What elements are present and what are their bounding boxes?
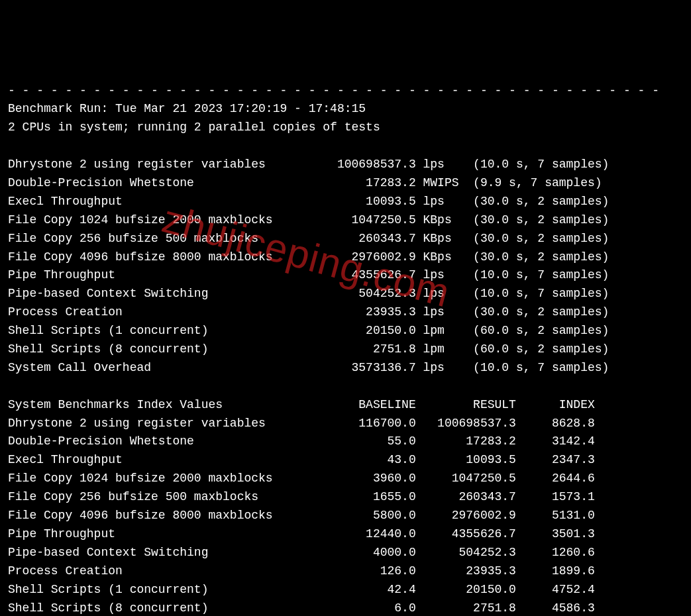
- terminal-output: - - - - - - - - - - - - - - - - - - - - …: [8, 82, 683, 616]
